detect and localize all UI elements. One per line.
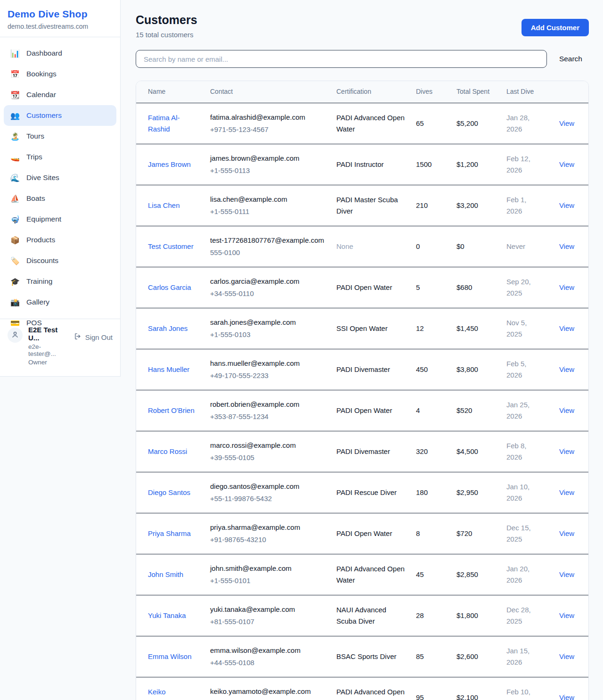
customer-dives: 95	[416, 693, 424, 700]
customer-name-link[interactable]: James Brown	[148, 160, 191, 168]
customer-name-link[interactable]: Keiko Yamamoto	[148, 688, 181, 700]
table-row: Yuki Tanaka yuki.tanaka@example.com +81-…	[136, 595, 588, 636]
user-meta: E2E Test U... e2e-tester@... Owner	[28, 326, 68, 366]
nav-label: Calendar	[26, 91, 56, 99]
table-header: Name Contact Certification Dives Total S…	[136, 81, 588, 103]
nav-icon: 📅	[10, 70, 20, 79]
customer-certification: BSAC Sports Diver	[336, 652, 397, 660]
sidebar-item-trips[interactable]: 🚤 Trips	[4, 147, 116, 167]
customer-name-link[interactable]: Carlos Garcia	[148, 283, 191, 291]
customer-dives: 210	[416, 201, 428, 209]
customer-certification: SSI Open Water	[336, 324, 388, 332]
sidebar-item-bookings[interactable]: 📅 Bookings	[4, 64, 116, 84]
customer-certification: PADI Rescue Diver	[336, 488, 397, 496]
customer-phone: +971-55-123-4567	[210, 124, 325, 135]
nav-label: Gallery	[26, 298, 49, 306]
sidebar-item-products[interactable]: 📦 Products	[4, 230, 116, 250]
customer-email: test-1772681807767@example.com	[210, 235, 325, 246]
customer-last-dive: Nov 5, 2025	[506, 319, 527, 338]
search-input[interactable]	[136, 50, 547, 68]
sidebar-item-customers[interactable]: 👥 Customers	[4, 105, 116, 126]
view-link[interactable]: View	[559, 119, 574, 127]
view-link[interactable]: View	[559, 201, 574, 209]
customer-phone: +44-555-0108	[210, 657, 325, 668]
view-link[interactable]: View	[559, 365, 574, 373]
page-subtitle: 15 total customers	[136, 31, 197, 39]
customer-name-link[interactable]: Diego Santos	[148, 488, 190, 496]
sidebar-item-tours[interactable]: 🏝️ Tours	[4, 126, 116, 147]
nav-icon: 📆	[10, 91, 20, 99]
customer-last-dive: Jan 28, 2026	[506, 114, 530, 133]
sign-out-button[interactable]: Sign Out	[74, 332, 113, 342]
view-link[interactable]: View	[559, 570, 574, 578]
customer-name-link[interactable]: Yuki Tanaka	[148, 611, 186, 619]
customer-total-spent: $3,800	[456, 365, 478, 373]
avatar	[8, 328, 23, 343]
customer-name-link[interactable]: Marco Rossi	[148, 447, 187, 455]
nav-label: Products	[26, 236, 55, 244]
sidebar-item-calendar[interactable]: 📆 Calendar	[4, 84, 116, 105]
customer-dives: 1500	[416, 160, 432, 168]
customer-name-link[interactable]: Hans Mueller	[148, 365, 189, 373]
view-link[interactable]: View	[559, 242, 574, 250]
sidebar-item-discounts[interactable]: 🏷️ Discounts	[4, 250, 116, 271]
customer-name-link[interactable]: Lisa Chen	[148, 201, 180, 209]
nav-icon: 📦	[10, 236, 20, 245]
sidebar: Demo Dive Shop demo.test.divestreams.com…	[0, 0, 121, 377]
nav-icon: 📊	[10, 49, 20, 58]
sidebar-item-boats[interactable]: ⛵ Boats	[4, 188, 116, 209]
view-link[interactable]: View	[559, 529, 574, 537]
customer-name-link[interactable]: Fatima Al-Rashid	[148, 114, 180, 133]
search-button[interactable]: Search	[553, 51, 589, 67]
customer-name-link[interactable]: Robert O'Brien	[148, 406, 195, 414]
view-link[interactable]: View	[559, 693, 574, 700]
customer-certification: PADI Divemaster	[336, 365, 390, 373]
view-link[interactable]: View	[559, 283, 574, 291]
customer-total-spent: $2,100	[456, 693, 478, 700]
user-email: e2e-tester@...	[28, 343, 68, 357]
customer-last-dive: Feb 10, 2026	[506, 688, 530, 700]
customer-name-link[interactable]: Test Customer	[148, 242, 194, 250]
customer-dives: 28	[416, 611, 424, 619]
customer-name-link[interactable]: John Smith	[148, 570, 183, 578]
customer-phone: +39-555-0105	[210, 452, 325, 463]
customer-total-spent: $0	[456, 242, 464, 250]
sidebar-item-training[interactable]: 🎓 Training	[4, 271, 116, 292]
nav-label: Dive Sites	[26, 173, 59, 182]
view-link[interactable]: View	[559, 611, 574, 619]
customer-email: keiko.yamamoto@example.com	[210, 686, 325, 697]
customer-name-link[interactable]: Priya Sharma	[148, 529, 191, 537]
view-link[interactable]: View	[559, 160, 574, 168]
nav-label: Dashboard	[26, 49, 62, 58]
view-link[interactable]: View	[559, 652, 574, 660]
add-customer-button[interactable]: Add Customer	[522, 19, 589, 36]
customer-name-link[interactable]: Sarah Jones	[148, 324, 187, 332]
customer-email: priya.sharma@example.com	[210, 522, 325, 533]
customer-phone: +55-11-99876-5432	[210, 493, 325, 504]
view-link[interactable]: View	[559, 324, 574, 332]
view-link[interactable]: View	[559, 447, 574, 455]
sidebar-item-equipment[interactable]: 🤿 Equipment	[4, 209, 116, 230]
sidebar-item-dive-sites[interactable]: 🌊 Dive Sites	[4, 167, 116, 188]
customer-certification: PADI Advanced Open Water	[336, 688, 405, 700]
customer-name-link[interactable]: Emma Wilson	[148, 652, 192, 660]
sidebar-item-dashboard[interactable]: 📊 Dashboard	[4, 43, 116, 64]
customer-total-spent: $1,450	[456, 324, 478, 332]
table-row: Test Customer test-1772681807767@example…	[136, 226, 588, 267]
table-row: Robert O'Brien robert.obrien@example.com…	[136, 390, 588, 431]
customer-phone: +81-555-0107	[210, 616, 325, 627]
customer-total-spent: $720	[456, 529, 472, 537]
customer-total-spent: $5,200	[456, 119, 478, 127]
customer-email: carlos.garcia@example.com	[210, 276, 325, 287]
customer-last-dive: Feb 12, 2026	[506, 155, 530, 174]
customer-certification: PADI Divemaster	[336, 447, 390, 455]
view-link[interactable]: View	[559, 406, 574, 414]
brand-domain: demo.test.divestreams.com	[8, 23, 113, 30]
customer-email: sarah.jones@example.com	[210, 317, 325, 328]
user-name: E2E Test U...	[28, 326, 68, 342]
customer-dives: 0	[416, 242, 420, 250]
col-header-actions	[545, 81, 588, 103]
view-link[interactable]: View	[559, 488, 574, 496]
customer-phone: +1-555-0101	[210, 575, 325, 586]
sidebar-item-gallery[interactable]: 📸 Gallery	[4, 292, 116, 313]
